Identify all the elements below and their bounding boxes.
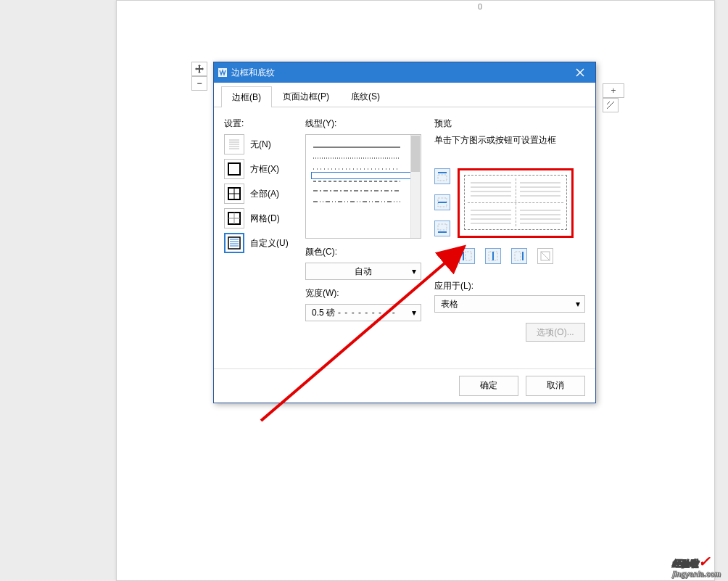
setting-custom-label: 自定义(U) bbox=[250, 237, 289, 250]
setting-none-label: 无(N) bbox=[250, 139, 271, 151]
border-bottom-button[interactable] bbox=[434, 221, 450, 236]
setting-none[interactable]: 无(N) bbox=[224, 134, 292, 154]
color-label: 颜色(C): bbox=[305, 246, 421, 258]
watermark-main: 经验啦 bbox=[672, 559, 698, 569]
dialog-body: 设置: 无(N) 方框(X) 全部(A) bbox=[214, 107, 595, 368]
resize-icon bbox=[606, 101, 615, 110]
border-diag-button[interactable] bbox=[537, 248, 553, 264]
tab-border[interactable]: 边框(B) bbox=[221, 86, 272, 107]
svg-rect-47 bbox=[466, 252, 471, 260]
cancel-button[interactable]: 取消 bbox=[526, 376, 585, 396]
border-right-icon bbox=[513, 250, 525, 262]
border-hmid-icon bbox=[437, 197, 448, 208]
setting-grid[interactable]: 网格(D) bbox=[224, 208, 292, 228]
ok-label: 确定 bbox=[480, 379, 497, 392]
page-number: 0 bbox=[478, 2, 482, 11]
border-top-button[interactable] bbox=[434, 168, 450, 184]
svg-rect-46 bbox=[463, 252, 464, 260]
apply-to-section: 应用于(L): 表格 ▾ 选项(O)... bbox=[434, 280, 585, 313]
width-combo[interactable]: 0.5 磅 - - - - - - - - - ▾ bbox=[305, 304, 421, 321]
all-icon bbox=[224, 184, 244, 204]
width-label: 宽度(W): bbox=[305, 287, 421, 300]
border-top-icon bbox=[437, 170, 448, 182]
apply-to-combo[interactable]: 表格 ▾ bbox=[434, 295, 585, 313]
setting-box-label: 方框(X) bbox=[250, 163, 279, 176]
svg-line-53 bbox=[541, 252, 550, 260]
line-dashdotdot[interactable] bbox=[313, 194, 413, 200]
preview-area bbox=[434, 168, 585, 238]
minus-icon: − bbox=[197, 78, 202, 88]
setting-all-label: 全部(A) bbox=[250, 188, 279, 200]
setting-custom[interactable]: 自定义(U) bbox=[224, 233, 292, 253]
watermark: 经验啦✓ jingyanla.com bbox=[672, 553, 721, 578]
apply-to-value: 表格 bbox=[441, 298, 458, 310]
right-handle-group: + bbox=[603, 83, 624, 112]
plus-icon: + bbox=[611, 86, 616, 96]
svg-rect-25 bbox=[438, 175, 447, 181]
settings-label: 设置: bbox=[224, 118, 292, 130]
border-vmid-icon bbox=[487, 250, 499, 262]
border-bottom-icon bbox=[437, 223, 448, 234]
table-collapse-handle[interactable]: − bbox=[191, 76, 207, 91]
table-resize-handle[interactable] bbox=[603, 98, 619, 112]
move-icon bbox=[194, 64, 204, 74]
svg-rect-51 bbox=[522, 252, 524, 260]
close-button[interactable] bbox=[565, 62, 595, 83]
svg-rect-50 bbox=[515, 252, 521, 260]
chevron-down-icon: ▾ bbox=[412, 266, 416, 276]
border-h-middle-button[interactable] bbox=[434, 194, 450, 210]
linetype-scrollbar[interactable] bbox=[410, 135, 421, 238]
svg-rect-28 bbox=[438, 224, 447, 230]
width-value: 0.5 磅 bbox=[312, 307, 335, 319]
preview-left-buttons bbox=[434, 168, 450, 238]
preview-column: 预览 单击下方图示或按钮可设置边框 bbox=[434, 118, 585, 358]
linetype-label: 线型(Y): bbox=[305, 118, 421, 130]
line-dashdot[interactable] bbox=[313, 184, 413, 189]
dialog-titlebar: 边框和底纹 bbox=[214, 62, 595, 83]
close-icon bbox=[576, 68, 584, 77]
line-dotted-wide[interactable] bbox=[313, 162, 413, 168]
scrollbar-thumb[interactable] bbox=[411, 136, 420, 172]
line-solid[interactable] bbox=[313, 140, 413, 146]
setting-all[interactable]: 全部(A) bbox=[224, 184, 292, 204]
tab-page-border[interactable]: 页面边框(P) bbox=[272, 86, 340, 107]
box-icon bbox=[224, 159, 244, 179]
table-add-handle[interactable]: + bbox=[603, 83, 624, 98]
watermark-sub: jingyanla.com bbox=[672, 570, 721, 578]
tabs-bar: 边框(B) 页面边框(P) 底纹(S) bbox=[214, 86, 595, 107]
setting-grid-label: 网格(D) bbox=[250, 213, 280, 225]
apply-to-label: 应用于(L): bbox=[434, 280, 585, 292]
settings-column: 设置: 无(N) 方框(X) 全部(A) bbox=[224, 118, 292, 358]
svg-rect-27 bbox=[438, 202, 447, 203]
border-right-button[interactable] bbox=[511, 248, 527, 264]
border-v-middle-button[interactable] bbox=[485, 248, 501, 264]
line-dotted[interactable] bbox=[313, 151, 413, 157]
tab-shading[interactable]: 底纹(S) bbox=[340, 86, 391, 107]
options-label: 选项(O)... bbox=[537, 326, 574, 339]
width-sample: - - - - - - - - - bbox=[338, 308, 396, 318]
preview-table[interactable] bbox=[464, 175, 567, 230]
options-button: 选项(O)... bbox=[526, 323, 585, 342]
preview-highlight-box bbox=[458, 168, 574, 238]
svg-rect-49 bbox=[492, 252, 494, 260]
dialog-title: 边框和底纹 bbox=[231, 67, 565, 79]
dialog-footer: 确定 取消 bbox=[214, 368, 595, 402]
border-left-button[interactable] bbox=[459, 248, 475, 264]
setting-box[interactable]: 方框(X) bbox=[224, 159, 292, 179]
preview-content-lines bbox=[465, 176, 566, 229]
check-icon: ✓ bbox=[698, 553, 711, 569]
custom-icon bbox=[224, 233, 244, 253]
line-dashed[interactable] bbox=[312, 173, 415, 178]
ok-button[interactable]: 确定 bbox=[459, 376, 518, 396]
border-diag-icon bbox=[539, 250, 551, 262]
border-left-icon bbox=[461, 250, 473, 262]
linetype-list[interactable] bbox=[305, 134, 421, 239]
grid-icon bbox=[224, 208, 244, 228]
none-icon bbox=[224, 134, 244, 154]
table-move-handle[interactable] bbox=[191, 62, 207, 76]
svg-rect-6 bbox=[228, 163, 240, 175]
preview-label: 预览 bbox=[434, 118, 585, 130]
color-combo[interactable]: 自动 ▾ bbox=[305, 263, 421, 280]
preview-bottom-buttons bbox=[459, 248, 585, 264]
svg-rect-29 bbox=[438, 231, 447, 233]
